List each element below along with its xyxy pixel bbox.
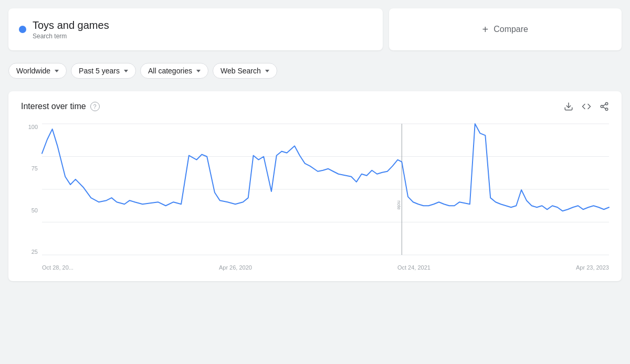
svg-line-5 bbox=[603, 104, 605, 106]
chart-plot: note bbox=[42, 124, 609, 255]
x-label-3: Apr 23, 2023 bbox=[576, 264, 609, 271]
top-row: Toys and games Search term + Compare bbox=[8, 8, 622, 50]
x-label-0: Oct 28, 20... bbox=[42, 264, 74, 271]
svg-text:note: note bbox=[396, 200, 402, 210]
chart-actions bbox=[564, 102, 609, 111]
help-icon[interactable]: ? bbox=[90, 102, 100, 111]
filter-time-label: Past 5 years bbox=[79, 67, 120, 75]
search-term-card: Toys and games Search term bbox=[8, 8, 383, 50]
compare-card[interactable]: + Compare bbox=[389, 8, 622, 50]
share-icon[interactable] bbox=[600, 102, 609, 111]
filter-category[interactable]: All categories bbox=[140, 63, 208, 79]
chart-title-wrap: Interest over time ? bbox=[21, 102, 100, 111]
chevron-down-icon bbox=[55, 70, 59, 72]
x-axis: Oct 28, 20... Apr 26, 2020 Oct 24, 2021 … bbox=[42, 258, 609, 271]
filter-search-type-label: Web Search bbox=[220, 67, 261, 75]
download-icon[interactable] bbox=[564, 102, 573, 111]
y-label-25: 25 bbox=[32, 249, 38, 255]
x-label-2: Oct 24, 2021 bbox=[397, 264, 430, 271]
compare-plus-icon: + bbox=[482, 24, 489, 36]
search-term-sublabel: Search term bbox=[33, 33, 109, 40]
y-label-50: 50 bbox=[32, 207, 38, 213]
search-term-text: Toys and games Search term bbox=[33, 19, 109, 40]
search-term-dot bbox=[19, 26, 26, 33]
chart-area: 100 75 50 25 note bbox=[21, 124, 609, 271]
chart-title: Interest over time bbox=[21, 102, 86, 111]
filters-row: Worldwide Past 5 years All categories We… bbox=[8, 57, 622, 85]
filter-region-label: Worldwide bbox=[16, 67, 50, 75]
chart-header: Interest over time ? bbox=[21, 102, 609, 111]
y-label-75: 75 bbox=[32, 165, 38, 172]
y-label-100: 100 bbox=[28, 124, 38, 130]
chart-svg: note bbox=[42, 124, 609, 255]
svg-line-4 bbox=[603, 107, 605, 109]
filter-search-type[interactable]: Web Search bbox=[213, 63, 277, 79]
embed-icon[interactable] bbox=[582, 102, 591, 111]
chevron-down-icon bbox=[265, 70, 269, 72]
search-term-label: Toys and games bbox=[33, 19, 109, 31]
chart-card: Interest over time ? bbox=[8, 91, 622, 281]
filter-category-label: All categories bbox=[148, 67, 192, 75]
chevron-down-icon bbox=[124, 70, 128, 72]
y-axis: 100 75 50 25 bbox=[21, 124, 42, 255]
filter-region[interactable]: Worldwide bbox=[8, 63, 67, 79]
filter-time[interactable]: Past 5 years bbox=[71, 63, 136, 79]
x-label-1: Apr 26, 2020 bbox=[219, 264, 252, 271]
chevron-down-icon bbox=[196, 70, 201, 72]
compare-label: Compare bbox=[494, 25, 528, 34]
